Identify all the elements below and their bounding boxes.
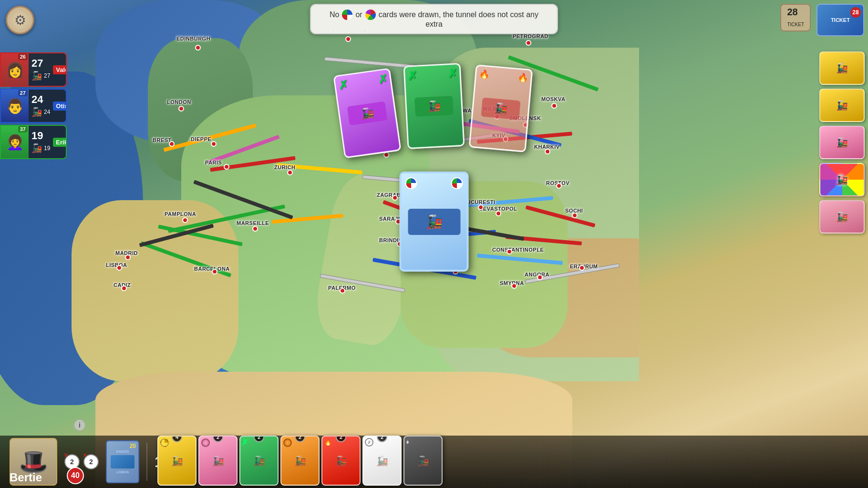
- dot-erzurum: [579, 265, 585, 271]
- erika-train-count: 19: [44, 145, 50, 152]
- multi-card-icon: [365, 10, 376, 20]
- deck-card-yellow-2[interactable]: 🚂: [819, 89, 865, 122]
- hand-card-yellow-sym: [160, 438, 169, 447]
- otis-score: 24: [31, 94, 50, 105]
- lightblue-train-display: 🚂: [408, 209, 460, 235]
- hand-card-green-x: ✗: [242, 438, 248, 447]
- hand-train-pink: 🚂: [212, 455, 224, 467]
- tunnel-card-red[interactable]: 🔥 🔥 🚂: [469, 64, 533, 152]
- erika-top-score: 37: [18, 126, 28, 132]
- erika-avatar: 👩‍🦱 37: [1, 125, 29, 159]
- hand-train-green: 🚂: [253, 455, 265, 467]
- settings-button[interactable]: ⚙: [6, 6, 34, 34]
- deck-train-wild: 🚂: [836, 174, 848, 185]
- hand-card-white-sym: ✗: [365, 438, 373, 447]
- lightblue-card-icon-left: [405, 177, 417, 189]
- hand-card-red-flame: 🔥: [324, 438, 332, 446]
- tunnel-x-right-1: ✗: [377, 72, 389, 87]
- notification-line1: No or cards were drawn, the tunnel does …: [325, 10, 543, 20]
- tunnel-flame-left: 🔥: [478, 69, 490, 80]
- tunnel-x-left-2: ✗: [407, 69, 417, 83]
- ticket-deck-count: 28: [850, 7, 861, 18]
- dot-smyrna: [511, 283, 517, 289]
- deck-card-pink-2[interactable]: 🚂: [819, 200, 865, 234]
- valeria-info: 27 🚂 27: [29, 56, 53, 83]
- dot-moskva: [551, 103, 557, 109]
- dot-edinburgh: [195, 45, 201, 51]
- tunnel-card-train-purple: 🚂: [347, 101, 388, 125]
- current-player-name: Bertie: [10, 471, 42, 484]
- info-button[interactable]: i: [74, 419, 85, 431]
- deck-train-pink-2: 🚂: [836, 211, 848, 223]
- otis-info: 24 🚂 24: [29, 92, 53, 119]
- tunnel-card-train-red: 🚂: [481, 97, 520, 120]
- ticket-card-mini[interactable]: DANZIG LISBOA 20: [106, 440, 139, 483]
- erika-trains: 🚂 19: [31, 143, 50, 153]
- ticket-counts-section: × 2 × 2: [64, 454, 99, 469]
- hand-card-black[interactable]: ♦ 🚂: [403, 436, 443, 486]
- x-symbol-2: ×: [83, 451, 87, 459]
- hand-train-yellow: 🚂: [171, 455, 183, 467]
- hand-card-yellow[interactable]: 4 🚂: [157, 436, 196, 486]
- deck-card-pink-1[interactable]: 🚂: [819, 126, 865, 159]
- dot-angora: [537, 274, 543, 280]
- otis-top-score: 27: [18, 90, 28, 96]
- dot-marseille: [252, 226, 258, 232]
- dot-pamplona: [182, 217, 188, 223]
- tunnel-card-green[interactable]: ✗ ✗ 🚂: [403, 63, 465, 149]
- current-player-score-badge: 40: [67, 467, 84, 484]
- hand-card-orange-sym: [283, 438, 292, 447]
- dot-brest: [169, 141, 175, 147]
- hand-train-orange: 🚂: [294, 455, 306, 467]
- deck-card-yellow-1[interactable]: 🚂: [819, 51, 865, 85]
- valeria-name-bar: Valeria: [53, 65, 67, 74]
- hand-card-pink[interactable]: 2 🚂: [198, 436, 238, 486]
- deck-train-yellow-1: 🚂: [836, 62, 848, 74]
- erika-name-bar: Erika: [53, 138, 67, 147]
- player-panels-list: 👩 26 27 🚂 27 Valeria 👨 27 24 🚂 24 Otis: [0, 52, 67, 159]
- valeria-score: 27: [31, 58, 50, 69]
- otis-name-bar: Otis: [53, 102, 67, 111]
- ticket-mini-map: [111, 455, 134, 468]
- dot-sochi: [572, 213, 578, 218]
- ticket-count-1: 2: [70, 458, 74, 466]
- blue-card-icon: [342, 10, 352, 20]
- terrain-layer: [0, 0, 639, 488]
- tunnel-card-lightblue[interactable]: 🚂: [400, 172, 469, 272]
- dot-constantinople: [506, 249, 512, 254]
- hand-card-orange[interactable]: 2 🚂: [280, 436, 320, 486]
- tunnel-card-purple[interactable]: ✗ ✗ 🚂: [333, 68, 401, 159]
- hand-card-green[interactable]: 2 ✗ 🚂: [239, 436, 279, 486]
- dot-paris: [224, 164, 229, 170]
- dot-bucuresti: [478, 204, 484, 210]
- deck-train-yellow-2: 🚂: [836, 100, 848, 111]
- dot-palermo: [340, 288, 345, 294]
- notification-or-text: or: [355, 10, 362, 19]
- valeria-train-count: 27: [44, 72, 50, 79]
- dot-kharkiv: [545, 149, 550, 154]
- deck-card-wild[interactable]: 🚂: [819, 163, 865, 196]
- hand-card-white-x: ✗: [367, 440, 371, 445]
- hand-train-red: 🚂: [335, 455, 347, 467]
- notification-line2: extra: [325, 20, 543, 29]
- player-panel-valeria: 👩 26 27 🚂 27 Valeria: [0, 52, 67, 87]
- hand-card-pink-sym: [201, 438, 210, 447]
- lightblue-card-icon-right: [451, 177, 463, 189]
- dot-rostov: [556, 183, 562, 189]
- dot-zurich: [287, 170, 293, 175]
- hand-card-red[interactable]: 2 🔥 🚂: [321, 436, 361, 486]
- dot-zagrab: [392, 195, 398, 201]
- tunnel-x-left-1: ✗: [337, 78, 349, 92]
- valeria-trains: 🚂 27: [31, 71, 50, 81]
- player-panel-erika: 👩‍🦱 37 19 🚂 19 Erika: [0, 125, 67, 159]
- tunnel-flame-right: 🔥: [517, 72, 529, 83]
- deck-train-pink-1: 🚂: [836, 137, 848, 148]
- ticket-deck-button[interactable]: TICKET 28: [816, 4, 864, 36]
- otis-train-count: 24: [44, 109, 50, 115]
- dot-stockholm: [345, 36, 351, 42]
- hand-card-black-body: 🚂: [404, 437, 442, 485]
- hand-card-white[interactable]: 2 ✗ 🚂: [362, 436, 402, 486]
- gear-icon: ⚙: [14, 12, 26, 28]
- dot-barcelona: [212, 269, 217, 274]
- right-card-deck: 🚂 🚂 🚂 🚂 🚂: [816, 48, 868, 237]
